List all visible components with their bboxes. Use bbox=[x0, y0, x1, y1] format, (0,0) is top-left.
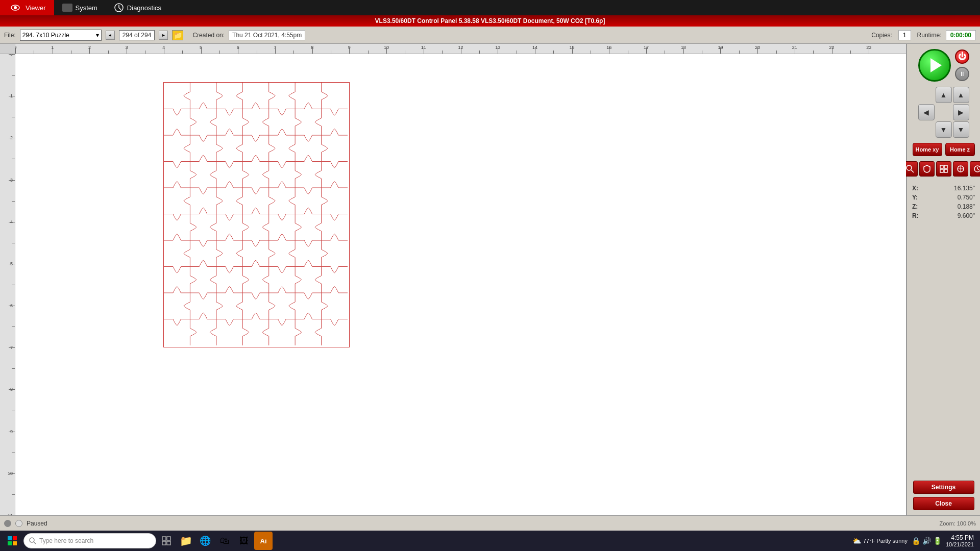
y-value: 0.750" bbox=[958, 194, 975, 201]
main-area: 01234567891011121314151617181920212223 0… bbox=[0, 44, 980, 515]
clock-tool-btn[interactable] bbox=[970, 161, 981, 177]
nav-up-btn[interactable]: ▲ bbox=[936, 87, 952, 103]
file-label: File: bbox=[4, 32, 16, 39]
copies-label: Copies: bbox=[871, 32, 892, 39]
file-dropdown[interactable]: 294. 7x10 Puzzle ▾ bbox=[20, 30, 102, 41]
coord-z-row: Z: 0.188" bbox=[910, 202, 977, 211]
file-bar: File: 294. 7x10 Puzzle ▾ ◂ 294 of 294 ▸ … bbox=[0, 27, 980, 44]
taskbar-search-box[interactable]: Type here to search bbox=[23, 533, 156, 548]
svg-line-4 bbox=[911, 170, 914, 172]
svg-rect-21 bbox=[162, 537, 166, 540]
grid-tool-btn[interactable] bbox=[936, 161, 951, 177]
svg-point-19 bbox=[30, 538, 34, 542]
coord-x-row: X: 16.135" bbox=[910, 184, 977, 193]
power-button[interactable]: ⏻ bbox=[955, 49, 969, 64]
menu-viewer[interactable]: Viewer bbox=[0, 0, 54, 15]
target-tool-btn[interactable] bbox=[953, 161, 968, 177]
r-label: R: bbox=[912, 212, 919, 219]
coord-r-row: R: 9.600" bbox=[910, 211, 977, 220]
taskbar: Type here to search 📁 🌐 🛍 🖼 Ai ⛅ 77°F Pa… bbox=[0, 531, 980, 551]
runtime-value: 0:00:00 bbox=[946, 30, 976, 40]
taskbar-right: ⛅ 77°F Partly sunny 🔒 🔊 🔋 4:55 PM 10/21/… bbox=[852, 534, 978, 547]
shield-tool-btn[interactable] bbox=[919, 161, 935, 177]
coordinates-display: X: 16.135" Y: 0.750" Z: 0.188" R: 9.600" bbox=[910, 182, 977, 222]
svg-rect-6 bbox=[944, 165, 947, 168]
menu-bar: Viewer System Diagnostics bbox=[0, 0, 980, 15]
r-value: 9.600" bbox=[958, 212, 975, 219]
play-button[interactable] bbox=[918, 49, 951, 82]
status-circle-2 bbox=[15, 520, 22, 527]
coord-y-row: Y: 0.750" bbox=[910, 193, 977, 202]
time-display: 4:55 PM 10/21/2021 bbox=[946, 534, 974, 547]
weather-text: 77°F Partly sunny bbox=[863, 538, 908, 544]
taskbar-file-explorer-btn[interactable]: 📁 bbox=[177, 532, 195, 550]
copies-value: 1 bbox=[898, 30, 911, 40]
diagnostics-icon bbox=[114, 3, 124, 13]
start-button[interactable] bbox=[2, 532, 22, 550]
z-label: Z: bbox=[912, 203, 918, 210]
clock-time: 4:55 PM bbox=[946, 534, 974, 541]
home-z-button[interactable]: Home z bbox=[945, 143, 975, 156]
taskbar-search-placeholder: Type here to search bbox=[39, 537, 93, 544]
open-folder-btn[interactable]: 📁 bbox=[172, 30, 183, 40]
pause-button[interactable]: ⏸ bbox=[955, 67, 969, 81]
ruler-vertical: 01234567891011 bbox=[0, 54, 15, 515]
svg-rect-18 bbox=[13, 541, 17, 545]
nav-up-right-btn[interactable]: ▲ bbox=[953, 87, 969, 103]
svg-rect-16 bbox=[13, 536, 17, 540]
created-date: Thu 21 Oct 2021, 4:55pm bbox=[229, 30, 305, 40]
z-value: 0.188" bbox=[958, 203, 975, 210]
top-buttons-row: ⏻ ⏸ bbox=[910, 49, 977, 82]
svg-rect-5 bbox=[940, 165, 943, 168]
status-text: Paused bbox=[27, 520, 47, 527]
system-tray-icons: 🔒 🔊 🔋 bbox=[912, 537, 942, 545]
menu-diagnostics[interactable]: Diagnostics bbox=[106, 0, 169, 15]
x-value: 16.135" bbox=[954, 185, 975, 192]
runtime-label: Runtime: bbox=[917, 32, 942, 39]
puzzle-svg bbox=[164, 83, 348, 345]
taskbar-store-btn[interactable]: 🛍 bbox=[215, 532, 234, 550]
taskbar-browser-btn[interactable]: 🌐 bbox=[196, 532, 214, 550]
tray-battery-icon: 🔋 bbox=[933, 537, 942, 545]
canvas-content[interactable] bbox=[15, 54, 906, 515]
taskbar-ai-btn[interactable]: Ai bbox=[254, 532, 273, 550]
page-counter: 294 of 294 bbox=[119, 30, 155, 40]
svg-point-3 bbox=[906, 165, 912, 170]
status-circle-1 bbox=[4, 520, 11, 527]
tray-volume-icon: 🔊 bbox=[922, 537, 931, 545]
home-buttons-row: Home xy Home z bbox=[913, 143, 975, 156]
title-bar: VLS3.50/60DT Control Panel 5.38.58 VLS3.… bbox=[0, 15, 980, 27]
ruler-corner bbox=[0, 44, 15, 54]
nav-arrows: ▲ ▲ ◀ ▶ ▼ ▼ bbox=[918, 87, 969, 138]
nav-down-btn[interactable]: ▼ bbox=[936, 121, 952, 138]
svg-rect-22 bbox=[167, 537, 170, 540]
canvas-area: 01234567891011121314151617181920212223 0… bbox=[0, 44, 906, 515]
ruler-horizontal: 01234567891011121314151617181920212223 bbox=[15, 44, 906, 54]
nav-right-btn[interactable]: ▶ bbox=[953, 104, 969, 120]
sys-tray: ⛅ 77°F Partly sunny bbox=[852, 537, 908, 545]
zoom-display: Zoom: 100.0% bbox=[939, 520, 976, 527]
menu-system[interactable]: System bbox=[54, 0, 106, 15]
taskbar-photos-btn[interactable]: 🖼 bbox=[235, 532, 253, 550]
home-xy-button[interactable]: Home xy bbox=[913, 143, 942, 156]
system-icon bbox=[62, 4, 72, 12]
tray-network-icon: 🔒 bbox=[912, 537, 920, 545]
created-label: Created on: bbox=[192, 32, 225, 39]
eye-icon bbox=[8, 3, 22, 13]
nav-center bbox=[936, 104, 952, 120]
svg-point-1 bbox=[14, 6, 17, 9]
close-button[interactable]: Close bbox=[913, 497, 974, 510]
taskbar-search-icon bbox=[29, 537, 36, 544]
right-panel: ⏻ ⏸ ▲ ▲ ◀ ▶ ▼ ▼ Home xy Home z bbox=[906, 44, 980, 515]
prev-file-btn[interactable]: ◂ bbox=[106, 31, 115, 40]
next-file-btn[interactable]: ▸ bbox=[159, 31, 168, 40]
svg-rect-24 bbox=[167, 541, 170, 545]
nav-empty-bl bbox=[918, 121, 935, 138]
settings-button[interactable]: Settings bbox=[913, 481, 974, 494]
x-label: X: bbox=[912, 185, 918, 192]
play-icon bbox=[930, 58, 942, 72]
nav-down-right-btn[interactable]: ▼ bbox=[953, 121, 969, 138]
svg-rect-15 bbox=[8, 536, 12, 540]
nav-left-btn[interactable]: ◀ bbox=[918, 104, 935, 120]
taskbar-task-view-btn[interactable] bbox=[157, 532, 176, 550]
